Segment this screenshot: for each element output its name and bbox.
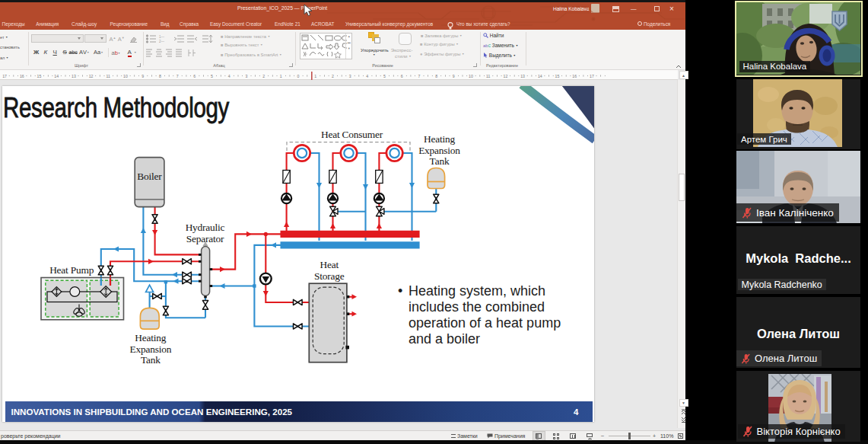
svg-text:5: 5 bbox=[383, 74, 386, 78]
svg-text:3: 3 bbox=[349, 74, 351, 78]
svg-text:0: 0 bbox=[297, 74, 300, 78]
svg-text:17: 17 bbox=[590, 74, 594, 78]
svg-text:14: 14 bbox=[54, 74, 59, 78]
svg-text:Heat Pump: Heat Pump bbox=[49, 264, 94, 276]
svg-text:Storage: Storage bbox=[314, 270, 345, 282]
svg-text:16: 16 bbox=[20, 74, 24, 78]
svg-text:9: 9 bbox=[141, 74, 144, 78]
svg-text:4: 4 bbox=[228, 74, 231, 78]
svg-text:6: 6 bbox=[401, 74, 403, 78]
svg-text:12: 12 bbox=[504, 74, 508, 78]
svg-text:Heating: Heating bbox=[424, 133, 455, 145]
svg-text:14: 14 bbox=[538, 74, 542, 78]
svg-text:11: 11 bbox=[486, 74, 490, 78]
svg-text:Separator: Separator bbox=[186, 233, 224, 244]
svg-text:10: 10 bbox=[469, 74, 473, 78]
svg-text:4: 4 bbox=[366, 74, 368, 78]
svg-text:1: 1 bbox=[314, 74, 316, 78]
svg-text:16: 16 bbox=[572, 74, 577, 78]
svg-text:1: 1 bbox=[280, 74, 282, 78]
svg-text:11: 11 bbox=[107, 74, 110, 78]
svg-text:2: 2 bbox=[262, 74, 265, 78]
svg-text:Expansion: Expansion bbox=[418, 145, 460, 156]
svg-text:15: 15 bbox=[555, 74, 560, 78]
svg-text:13: 13 bbox=[72, 74, 76, 78]
svg-text:Tank: Tank bbox=[141, 354, 161, 366]
svg-text:Boiler: Boiler bbox=[137, 171, 162, 182]
svg-text:3: 3 bbox=[245, 74, 247, 78]
svg-text:8: 8 bbox=[435, 74, 437, 78]
svg-text:10: 10 bbox=[123, 74, 128, 78]
svg-text:5: 5 bbox=[211, 74, 213, 78]
svg-text:15: 15 bbox=[37, 74, 42, 78]
svg-text:17: 17 bbox=[2, 74, 7, 78]
svg-text:13: 13 bbox=[520, 74, 525, 78]
svg-text:2—: 2— bbox=[159, 40, 165, 43]
svg-text:Heating: Heating bbox=[135, 332, 166, 343]
svg-text:1—: 1— bbox=[159, 35, 165, 39]
svg-text:Tank: Tank bbox=[430, 155, 450, 167]
svg-text:Heat: Heat bbox=[320, 259, 339, 270]
svg-text:2: 2 bbox=[332, 74, 334, 78]
svg-text:6: 6 bbox=[193, 74, 196, 78]
svg-text:9: 9 bbox=[453, 74, 455, 78]
svg-text:7: 7 bbox=[418, 74, 420, 78]
svg-text:7: 7 bbox=[176, 74, 179, 78]
svg-text:8: 8 bbox=[159, 74, 161, 78]
svg-text:Expansion: Expansion bbox=[129, 343, 171, 355]
svg-text:Hydraulic: Hydraulic bbox=[186, 222, 225, 233]
svg-text:12: 12 bbox=[89, 74, 94, 78]
svg-text:Heat Consumer: Heat Consumer bbox=[321, 129, 383, 140]
